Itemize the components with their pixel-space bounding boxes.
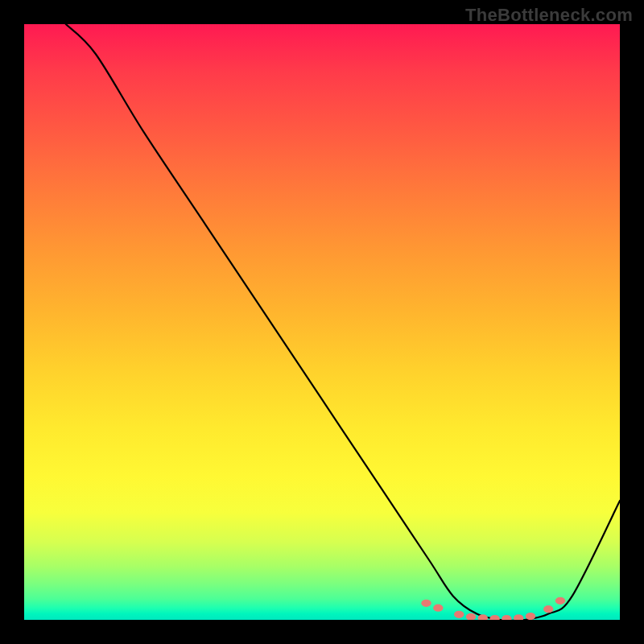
marker-dot <box>555 597 565 605</box>
marker-dot <box>433 605 443 612</box>
marker-dot <box>526 613 535 620</box>
marker-dot <box>514 614 523 620</box>
watermark-text: TheBottleneck.com <box>465 5 633 26</box>
chart-plot-area <box>24 24 620 620</box>
marker-dot <box>454 611 464 618</box>
chart-svg <box>24 24 620 620</box>
bottleneck-curve-line <box>66 24 620 620</box>
marker-dot <box>502 615 511 620</box>
marker-dot <box>489 615 499 620</box>
marker-dot <box>543 605 553 613</box>
marker-dot <box>466 613 476 620</box>
marker-dot <box>421 600 431 607</box>
